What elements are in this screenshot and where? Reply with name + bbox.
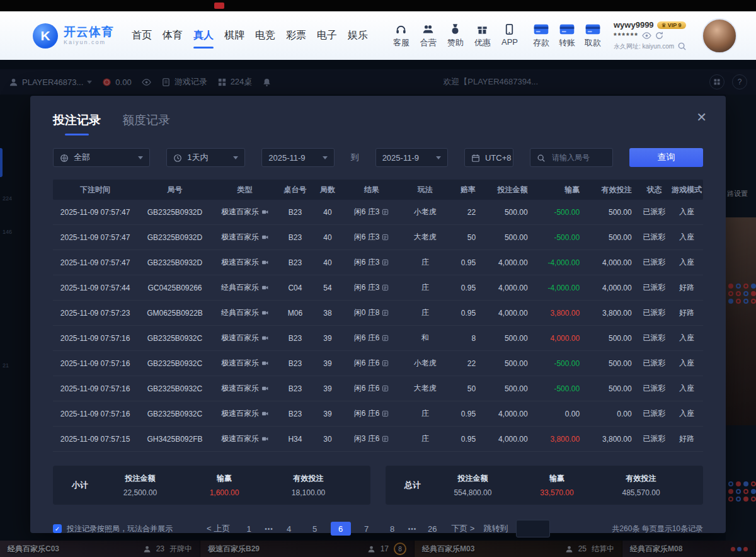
phone-icon xyxy=(503,23,515,35)
prev-page-button[interactable]: < 上页 xyxy=(203,522,233,536)
refresh-icon xyxy=(655,31,664,40)
jump-page-input[interactable] xyxy=(516,520,550,537)
query-button[interactable]: 查询 xyxy=(629,148,703,167)
toggle-balance-eye-icon[interactable] xyxy=(642,31,651,40)
main-nav: 首页体育真人棋牌电竞彩票电子娱乐 xyxy=(130,26,369,45)
detail-icon[interactable] xyxy=(382,309,389,316)
page-button-5[interactable]: 5 xyxy=(305,522,325,536)
wallet-label: 转账 xyxy=(559,37,575,49)
merge-records-checkbox[interactable]: ✓ 投注记录按照局，玩法合并展示 xyxy=(53,524,173,534)
nav-item-7[interactable]: 电子 xyxy=(316,26,338,45)
bet-record-row: 2025-11-09 07:57:16GB2325B0932C极速百家乐B233… xyxy=(53,351,703,376)
user-block: wywy9999 ♛VIP 9 ****** 永久网址: kaiyun.com xyxy=(614,20,693,51)
detail-icon[interactable] xyxy=(382,234,389,241)
quicklink-promo[interactable]: 优惠 xyxy=(474,23,491,49)
detail-icon[interactable] xyxy=(382,435,389,442)
quicklink-label: APP xyxy=(501,37,518,47)
category-select[interactable]: 全部 xyxy=(53,148,150,167)
video-icon[interactable] xyxy=(261,234,268,241)
wallet-link-3[interactable]: 取款 xyxy=(585,23,601,49)
col-header-12: 游戏模式 xyxy=(670,185,703,195)
cell-mode: 入座 xyxy=(670,257,703,268)
timezone-button[interactable]: UTC+8 xyxy=(464,148,513,167)
refresh-balance-icon[interactable] xyxy=(655,31,664,40)
cell-time: 2025-11-09 07:57:15 xyxy=(53,435,137,444)
cell-bet: 4,000.00 xyxy=(482,435,534,444)
date-range-select[interactable]: 1天内 xyxy=(166,148,245,167)
next-page-button[interactable]: 下页 > xyxy=(448,522,478,536)
cell-round-no: 54 xyxy=(313,284,342,292)
cell-round-id: GH3425B092FB xyxy=(137,435,212,444)
quicklink-partner[interactable]: 合营 xyxy=(420,23,437,49)
date-to-select[interactable]: 2025-11-9 xyxy=(375,148,448,167)
jump-label: 跳转到 xyxy=(483,523,508,534)
detail-icon[interactable] xyxy=(382,335,389,342)
quicklink-phone[interactable]: APP xyxy=(501,23,518,49)
quicklink-sponsor[interactable]: 赞助 xyxy=(447,23,464,49)
cell-valid-bet: 4,000.00 xyxy=(586,284,638,292)
page-button-8[interactable]: 8 xyxy=(382,522,403,536)
cell-mode: 入座 xyxy=(670,408,703,419)
page-button-7[interactable]: 7 xyxy=(357,522,377,536)
video-icon[interactable] xyxy=(261,435,268,442)
cell-time: 2025-11-09 07:57:47 xyxy=(53,258,137,267)
cell-win-loss: -500.00 xyxy=(534,233,587,242)
tab-quota-records[interactable]: 额度记录 xyxy=(122,112,170,135)
col-header-1: 局号 xyxy=(137,185,212,195)
nav-item-1[interactable]: 首页 xyxy=(130,26,153,45)
subtotal-win: 1,600.00 xyxy=(210,488,239,497)
bet-records-modal: 投注记录额度记录 ✕ 全部 1天内 2025-11-9 到 2025-11-9 xyxy=(30,96,726,533)
cell-valid-bet: 3,800.00 xyxy=(586,309,638,318)
video-icon[interactable] xyxy=(261,284,268,291)
wallet-link-2[interactable]: 转账 xyxy=(559,23,575,49)
video-icon[interactable] xyxy=(261,385,268,392)
nav-item-6[interactable]: 彩票 xyxy=(285,26,307,45)
nav-item-3[interactable]: 真人 xyxy=(192,26,215,45)
page-button-1[interactable]: 1 xyxy=(239,522,259,536)
detail-icon[interactable] xyxy=(382,385,389,392)
nav-item-2[interactable]: 体育 xyxy=(161,26,184,45)
nav-item-8[interactable]: 娱乐 xyxy=(346,26,369,45)
cell-result: 闲6 庄6 xyxy=(342,408,401,419)
nav-item-4[interactable]: 棋牌 xyxy=(223,26,246,45)
cell-round-id: GB2325B0932C xyxy=(137,359,212,368)
subtotal-box: 小计 投注金额22,500.00 输赢1,600.00 有效投注18,100.0… xyxy=(53,466,370,505)
page-button-6[interactable]: 6 xyxy=(331,522,351,536)
cell-table-no: M06 xyxy=(277,309,313,318)
detail-icon[interactable] xyxy=(382,259,389,266)
video-icon[interactable] xyxy=(261,335,268,342)
video-icon[interactable] xyxy=(261,410,268,417)
detail-icon[interactable] xyxy=(382,284,389,291)
detail-icon[interactable] xyxy=(382,410,389,417)
round-search-input[interactable] xyxy=(551,152,607,163)
cell-valid-bet: 3,800.00 xyxy=(586,435,638,444)
page-button-4[interactable]: 4 xyxy=(279,522,299,536)
video-icon[interactable] xyxy=(261,259,268,266)
nav-item-5[interactable]: 电竞 xyxy=(254,26,277,45)
total-bet: 554,800.00 xyxy=(454,488,491,497)
logo-icon: K xyxy=(33,23,58,49)
detail-icon[interactable] xyxy=(382,360,389,367)
wallet-link-1[interactable]: 存款 xyxy=(533,23,549,49)
video-icon[interactable] xyxy=(261,209,268,215)
tab-bet-records[interactable]: 投注记录 xyxy=(53,112,101,135)
date-from-select[interactable]: 2025-11-9 xyxy=(261,148,334,167)
quicklink-headset[interactable]: 客服 xyxy=(393,23,410,49)
cell-win-loss: 4,000.00 xyxy=(534,334,587,343)
cell-play: 庄 xyxy=(401,434,449,444)
cell-play: 和 xyxy=(401,333,449,343)
detail-icon[interactable] xyxy=(382,209,389,215)
user-avatar[interactable] xyxy=(702,18,737,54)
chevron-down-icon xyxy=(233,156,238,159)
video-icon[interactable] xyxy=(261,309,268,316)
search-icon[interactable] xyxy=(677,42,687,51)
wallet-label: 存款 xyxy=(533,37,549,49)
page-button-26[interactable]: 26 xyxy=(422,522,442,536)
round-search-box[interactable] xyxy=(530,148,613,167)
video-icon[interactable] xyxy=(261,360,268,367)
brand-logo[interactable]: K 开云体育 Kaiyun.com xyxy=(33,23,114,49)
cell-play: 庄 xyxy=(401,307,449,318)
close-icon[interactable]: ✕ xyxy=(696,111,707,123)
cell-round-no: 30 xyxy=(313,435,342,444)
col-header-10: 有效投注 xyxy=(586,185,638,195)
